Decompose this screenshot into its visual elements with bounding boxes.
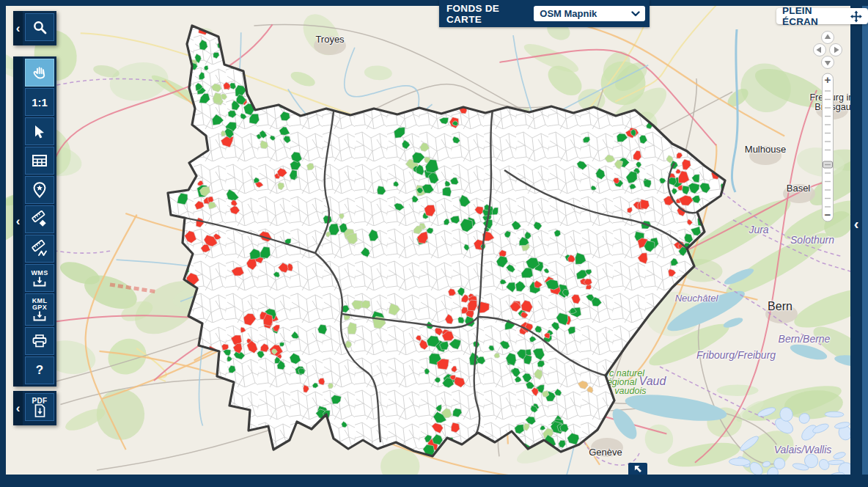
choropleth-layer[interactable] [0, 0, 868, 487]
zoom-in-button[interactable]: + [825, 73, 831, 86]
zoom-out-button[interactable]: − [825, 208, 831, 221]
print-button[interactable] [25, 327, 54, 355]
basemap-bar: FONDS DE CARTE OSM Mapnik [439, 0, 650, 27]
help-label: ? [36, 363, 43, 378]
wms-label: WMS [32, 270, 48, 277]
poi-tool-button[interactable] [25, 176, 54, 204]
chevron-down-icon [631, 11, 640, 17]
map-pin-star-icon [33, 182, 46, 198]
toolbar-tools-group: ‹ 1:1 [13, 56, 56, 387]
download-tray-icon [33, 311, 46, 321]
ruler-path-icon [31, 240, 48, 257]
right-panel-collapse-chevron-icon[interactable]: ‹ [850, 211, 862, 236]
pdf-download-icon [34, 404, 45, 417]
basemap-select-value: OSM Mapnik [540, 8, 597, 19]
wms-download-button[interactable]: WMS [25, 264, 54, 292]
pan-tool-button[interactable] [25, 59, 54, 87]
magnifier-icon [32, 20, 48, 35]
kml-gpx-download-button[interactable]: KML GPX [25, 293, 54, 326]
select-tool-button[interactable] [25, 117, 54, 145]
window-frame-bottom [0, 475, 868, 487]
toolbar-collapse-chevron-icon[interactable]: ‹ [13, 11, 23, 45]
ruler-area-icon [31, 210, 48, 228]
toolbar-collapse-chevron-icon[interactable]: ‹ [13, 56, 23, 387]
gpx-label: GPX [32, 304, 47, 311]
scale-1-1-button[interactable]: 1:1 [25, 88, 54, 116]
zoom-slider-track[interactable] [823, 73, 834, 221]
fullscreen-button[interactable]: PLEIN ÉCRAN [776, 8, 868, 24]
toolbar-collapse-chevron-icon[interactable]: ‹ [13, 391, 23, 425]
scale-1-1-label: 1:1 [32, 96, 48, 109]
help-button[interactable]: ? [25, 356, 54, 384]
window-frame-top [0, 0, 868, 6]
download-tray-icon [33, 277, 46, 287]
window-frame-left [0, 0, 6, 487]
table-icon [32, 155, 47, 166]
right-panel-collapsed[interactable] [862, 6, 868, 475]
measure-distance-button[interactable] [25, 235, 54, 263]
hand-icon [32, 65, 48, 81]
arrow-up-left-icon [633, 464, 643, 474]
attribute-table-button[interactable] [25, 147, 54, 175]
fullscreen-button-label: PLEIN ÉCRAN [782, 5, 846, 27]
cursor-icon [33, 125, 46, 139]
move-arrows-icon [850, 10, 862, 23]
pdf-export-button[interactable]: PDF [25, 393, 54, 421]
toolbar-search-group: ‹ [13, 11, 56, 45]
pdf-label: PDF [32, 398, 48, 404]
map-panzoom-control[interactable]: + − [812, 28, 847, 227]
basemap-select[interactable]: OSM Mapnik [534, 6, 645, 21]
printer-icon [32, 334, 47, 348]
toolbar-pdf-group: ‹ PDF [13, 391, 56, 425]
measure-area-button[interactable] [25, 205, 54, 233]
basemap-bar-label: FONDS DE CARTE [446, 3, 534, 25]
search-button[interactable] [25, 13, 54, 41]
bottom-panel-toggle-button[interactable] [628, 463, 647, 475]
